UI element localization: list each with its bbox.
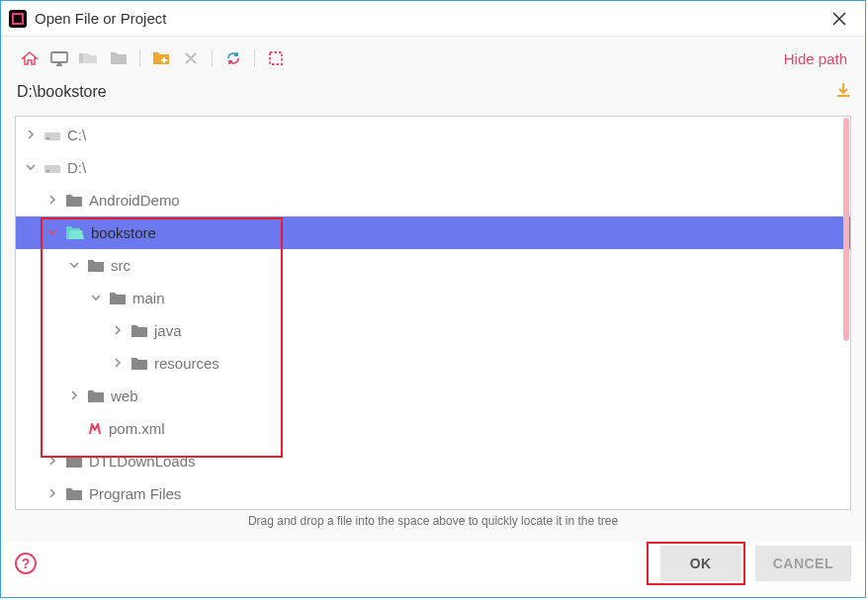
tree-row[interactable]: bookstore bbox=[16, 216, 850, 249]
tree-row-label: C:\ bbox=[67, 127, 86, 143]
tree-row-label: bookstore bbox=[91, 224, 156, 241]
home-button[interactable] bbox=[15, 46, 44, 70]
folder-icon bbox=[65, 487, 83, 501]
folder-icon bbox=[65, 194, 83, 208]
delete-button[interactable] bbox=[176, 46, 206, 70]
folder-icon bbox=[109, 292, 127, 305]
tree-row[interactable]: D:\ bbox=[16, 151, 850, 184]
close-button[interactable] bbox=[820, 5, 859, 33]
home-icon bbox=[21, 50, 39, 66]
folder-icon bbox=[87, 389, 105, 403]
chevron-right-icon[interactable] bbox=[47, 488, 59, 500]
folder-open-green-icon bbox=[65, 225, 85, 241]
project-button[interactable] bbox=[74, 46, 104, 70]
svg-rect-7 bbox=[46, 170, 49, 172]
project-icon bbox=[79, 51, 99, 65]
tree-row-label: D:\ bbox=[67, 159, 86, 176]
file-tree[interactable]: C:\D:\AndroidDemobookstoresrcmainjavares… bbox=[16, 117, 850, 510]
close-icon bbox=[832, 12, 846, 26]
tree-row[interactable]: AndroidDemo bbox=[16, 184, 850, 216]
titlebar: Open File or Project bbox=[1, 1, 865, 37]
maven-icon bbox=[87, 421, 103, 437]
refresh-icon bbox=[225, 50, 241, 66]
chevron-right-icon[interactable] bbox=[113, 325, 125, 337]
annotation-highlight-ok: OK bbox=[647, 542, 745, 585]
chevron-down-icon[interactable] bbox=[47, 227, 59, 239]
expander-none bbox=[69, 423, 81, 435]
desktop-button[interactable] bbox=[44, 46, 74, 70]
svg-rect-0 bbox=[51, 52, 67, 62]
tree-row[interactable]: DTLDownLoads bbox=[16, 445, 850, 477]
open-dialog: Open File or Project bbox=[0, 0, 866, 598]
chevron-right-icon[interactable] bbox=[69, 390, 81, 402]
delete-icon bbox=[184, 51, 198, 65]
chevron-down-icon[interactable] bbox=[69, 260, 81, 272]
show-hidden-button[interactable] bbox=[261, 46, 291, 70]
ok-button[interactable]: OK bbox=[660, 546, 741, 581]
hide-path-link[interactable]: Hide path bbox=[784, 50, 851, 67]
folder-icon bbox=[130, 324, 148, 338]
chevron-right-icon[interactable] bbox=[47, 456, 59, 468]
tree-row-label: src bbox=[111, 257, 130, 274]
module-button[interactable] bbox=[104, 46, 133, 70]
folder-icon bbox=[87, 259, 105, 273]
app-icon bbox=[9, 10, 27, 28]
download-button[interactable] bbox=[835, 82, 851, 102]
tree-row-label: web bbox=[111, 387, 138, 404]
tree-row[interactable]: pom.xml bbox=[16, 412, 850, 445]
folder-icon bbox=[65, 455, 83, 469]
tree-row[interactable]: main bbox=[16, 282, 850, 314]
chevron-down-icon[interactable] bbox=[26, 162, 38, 174]
toolbar-separator bbox=[212, 49, 213, 67]
chevron-right-icon[interactable] bbox=[47, 195, 59, 207]
tree-row-label: Program Files bbox=[89, 485, 181, 502]
toolbar-separator bbox=[139, 49, 140, 67]
tree-row[interactable]: resources bbox=[16, 347, 850, 380]
tree-row[interactable]: java bbox=[16, 314, 850, 347]
tree-row-label: pom.xml bbox=[109, 420, 165, 437]
svg-rect-3 bbox=[270, 52, 282, 64]
chevron-right-icon[interactable] bbox=[113, 358, 125, 370]
tree-row-label: AndroidDemo bbox=[89, 192, 180, 209]
tree-row-label: resources bbox=[154, 355, 219, 372]
chevron-down-icon[interactable] bbox=[91, 293, 103, 304]
show-hidden-icon bbox=[268, 50, 284, 66]
chevron-right-icon[interactable] bbox=[26, 129, 38, 141]
tree-row[interactable]: web bbox=[16, 380, 850, 412]
tree-row-label: main bbox=[132, 290, 165, 306]
scrollbar[interactable] bbox=[843, 118, 849, 341]
footer-hint: Drag and drop a file into the space abov… bbox=[15, 510, 851, 538]
drive-icon bbox=[43, 161, 61, 175]
tree-row[interactable]: Program Files bbox=[16, 477, 850, 510]
path-row bbox=[15, 78, 851, 106]
dialog-footer: ? OK CANCEL bbox=[1, 542, 865, 597]
tree-area: C:\D:\AndroidDemobookstoresrcmainjavares… bbox=[15, 116, 851, 510]
cancel-button[interactable]: CANCEL bbox=[755, 546, 851, 581]
new-folder-icon bbox=[152, 51, 170, 65]
content-area: Hide path C:\D:\AndroidDemobookstoresrcm… bbox=[1, 37, 865, 542]
svg-rect-2 bbox=[161, 59, 167, 61]
new-folder-button[interactable] bbox=[146, 46, 176, 70]
download-icon bbox=[835, 82, 851, 98]
path-input[interactable] bbox=[15, 78, 827, 106]
tree-row[interactable]: src bbox=[16, 249, 850, 282]
dialog-title: Open File or Project bbox=[35, 10, 166, 27]
folder-icon bbox=[130, 357, 148, 371]
toolbar-separator bbox=[254, 49, 255, 67]
tree-row-label: java bbox=[154, 322, 182, 339]
module-icon bbox=[110, 51, 128, 65]
tree-row[interactable]: C:\ bbox=[16, 119, 850, 151]
toolbar: Hide path bbox=[15, 46, 851, 70]
help-button[interactable]: ? bbox=[15, 553, 37, 574]
refresh-button[interactable] bbox=[218, 46, 248, 70]
desktop-icon bbox=[49, 50, 69, 66]
drive-icon bbox=[43, 129, 61, 142]
svg-rect-5 bbox=[46, 137, 49, 139]
tree-row-label: DTLDownLoads bbox=[89, 453, 196, 470]
